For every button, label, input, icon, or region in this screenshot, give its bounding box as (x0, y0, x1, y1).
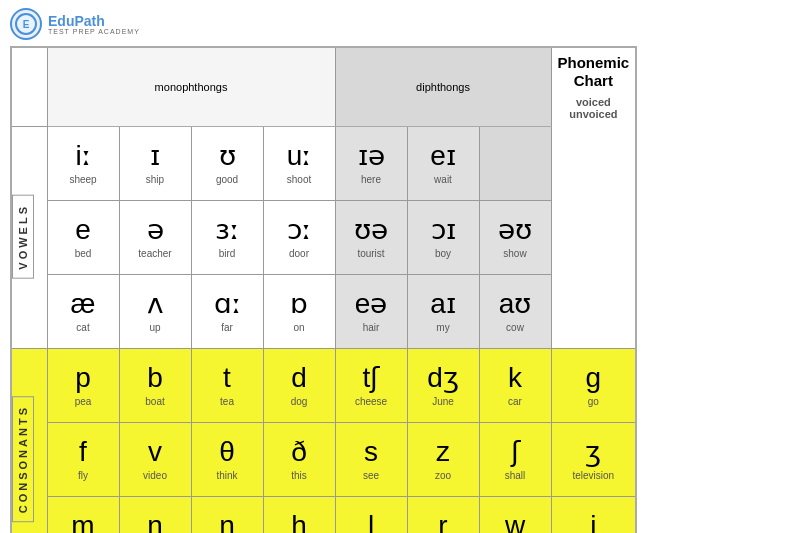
word-bird: bird (219, 248, 236, 259)
cell-man: m man (47, 496, 119, 533)
ipa-ə: ə (147, 215, 164, 246)
ipa-g: g (586, 363, 602, 394)
word-tourist: tourist (357, 248, 384, 259)
diphthongs-header: diphthongs (335, 47, 551, 126)
chart-title: Phonemic Chart (558, 54, 630, 90)
logo-sub: TEST PREP ACADEMY (48, 28, 140, 35)
ipa-ɔː: ɔː (287, 215, 311, 246)
cell-on: ɒ on (263, 274, 335, 348)
ipa-iː: iː (75, 141, 90, 172)
phonemic-table: monophthongs diphthongs Phonemic Chart v… (10, 46, 637, 533)
word-pea: pea (75, 396, 92, 407)
cell-show: əʊ show (479, 200, 551, 274)
cell-empty-1 (479, 126, 551, 200)
cell-boy: ɔɪ boy (407, 200, 479, 274)
ipa-r: r (438, 511, 447, 533)
word-boy: boy (435, 248, 451, 259)
cell-cat: æ cat (47, 274, 119, 348)
ipa-æ: æ (71, 289, 96, 320)
cell-television: ʒ television (551, 422, 636, 496)
vowels-label-cell: VOWELS (11, 126, 47, 348)
ipa-ð: ð (291, 437, 307, 468)
ipa-eə: eə (355, 289, 388, 320)
word-video: video (143, 470, 167, 481)
voiced-label: voiced (558, 96, 630, 108)
vowel-row-3: æ cat ʌ up ɑː (11, 274, 636, 348)
cell-cow: aʊ cow (479, 274, 551, 348)
word-go: go (588, 396, 599, 407)
cell-my: aɪ my (407, 274, 479, 348)
cell-boat: b boat (119, 348, 191, 422)
word-cheese: cheese (355, 396, 387, 407)
cell-door: ɔː door (263, 200, 335, 274)
ipa-ʊə: ʊə (354, 215, 388, 246)
word-boat: boat (145, 396, 164, 407)
ipa-d: d (291, 363, 307, 394)
cell-think: θ think (191, 422, 263, 496)
consonant-row-3: m man n now ŋ sing (11, 496, 636, 533)
cell-tea: t tea (191, 348, 263, 422)
ipa-z: z (436, 437, 450, 468)
ipa-w: w (505, 511, 525, 533)
page: E EduPath TEST PREP ACADEMY (0, 0, 800, 533)
cell-red: r red (407, 496, 479, 533)
cell-dog: d dog (263, 348, 335, 422)
cell-this: ð this (263, 422, 335, 496)
cell-wait: eɪ wait (407, 126, 479, 200)
consonant-row-1: CONSONANTS p pea b boat (11, 348, 636, 422)
cell-car: k car (479, 348, 551, 422)
word-fly: fly (78, 470, 88, 481)
cell-cheese: tʃ cheese (335, 348, 407, 422)
cell-wet: w wet (479, 496, 551, 533)
ipa-ɑː: ɑː (214, 289, 241, 320)
logo: E EduPath TEST PREP ACADEMY (10, 8, 140, 40)
cell-video: v video (119, 422, 191, 496)
word-ship: ship (146, 174, 164, 185)
word-here: here (361, 174, 381, 185)
word-see: see (363, 470, 379, 481)
consonant-row-2: f fly v video θ think (11, 422, 636, 496)
ipa-l: l (368, 511, 374, 533)
cell-go: g go (551, 348, 636, 422)
ipa-j: j (590, 511, 596, 533)
header: E EduPath TEST PREP ACADEMY (10, 8, 790, 40)
ipa-tʃ: tʃ (363, 363, 380, 394)
ipa-h: h (291, 511, 307, 533)
cell-far: ɑː far (191, 274, 263, 348)
ipa-p: p (75, 363, 91, 394)
ipa-ɒ: ɒ (290, 289, 308, 320)
word-television: television (572, 470, 614, 481)
ipa-ɪ: ɪ (150, 141, 160, 172)
cell-love: l love (335, 496, 407, 533)
cell-bird: ɜː bird (191, 200, 263, 274)
title-cell: Phonemic Chart voiced unvoiced (551, 47, 636, 126)
vowels-label: VOWELS (12, 195, 34, 279)
cell-zoo: z zoo (407, 422, 479, 496)
vowel-row-1: VOWELS iː sheep ɪ ship (11, 126, 636, 200)
ipa-t: t (223, 363, 231, 394)
ipa-b: b (147, 363, 163, 394)
ipa-ʌ: ʌ (147, 289, 164, 320)
word-bed: bed (75, 248, 92, 259)
logo-circle: E (10, 8, 42, 40)
word-this: this (291, 470, 307, 481)
label-header (11, 47, 47, 126)
cell-bed: e bed (47, 200, 119, 274)
ipa-ɔɪ: ɔɪ (431, 215, 456, 246)
cell-shall: ʃ shall (479, 422, 551, 496)
cell-up: ʌ up (119, 274, 191, 348)
word-sheep: sheep (69, 174, 96, 185)
word-zoo: zoo (435, 470, 451, 481)
cell-hair: eə hair (335, 274, 407, 348)
word-car: car (508, 396, 522, 407)
word-cow: cow (506, 322, 524, 333)
ipa-aɪ: aɪ (430, 289, 456, 320)
group-header-row: monophthongs diphthongs Phonemic Chart v… (11, 47, 636, 126)
cell-sheep: iː sheep (47, 126, 119, 200)
main-content: monophthongs diphthongs Phonemic Chart v… (10, 46, 790, 533)
word-teacher: teacher (138, 248, 171, 259)
word-tea: tea (220, 396, 234, 407)
cell-yes: j yes (551, 496, 636, 533)
ipa-ʊ: ʊ (219, 141, 236, 172)
cell-june: dʒ June (407, 348, 479, 422)
